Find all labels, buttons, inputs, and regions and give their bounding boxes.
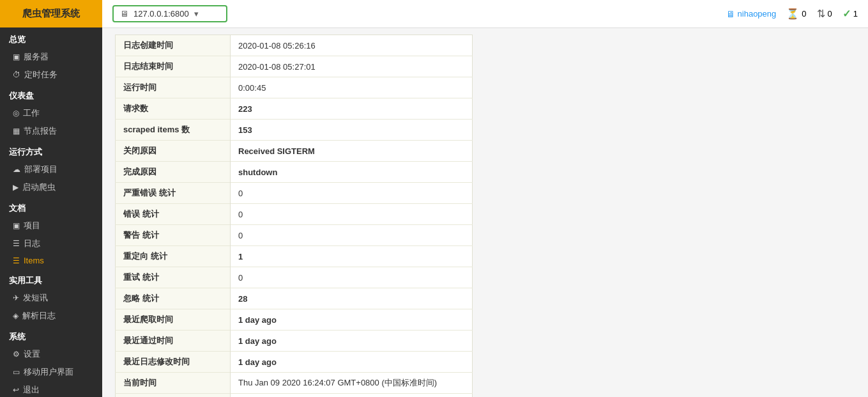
sidebar-section-运行方式: 运行方式 — [0, 140, 102, 160]
sidebar-item-label-cron: 定时任务 — [24, 69, 57, 81]
detail-label-2: 运行时间 — [116, 77, 231, 98]
sidebar-item-label-logout: 退出 — [23, 384, 40, 396]
server-address: 127.0.0.1:6800 — [133, 9, 189, 19]
sidebar-item-logout[interactable]: ↩退出 — [0, 381, 102, 397]
detail-row-2: 运行时间0:00:45 — [116, 77, 473, 98]
sidebar-section-仪表盘: 仪表盘 — [0, 84, 102, 104]
detail-row-3: 请求数223 — [116, 98, 473, 120]
sidebar-item-label-node-reports: 节点报告 — [24, 125, 57, 137]
detail-value-7: 0 — [231, 183, 473, 204]
arrows-icon: ⇅ — [817, 8, 825, 20]
sidebar-item-parse-log[interactable]: ◈解析日志 — [0, 307, 102, 325]
sidebar-item-items[interactable]: ☰Items — [0, 253, 102, 269]
detail-value-17: N/A — [231, 394, 473, 398]
sidebar-item-cron[interactable]: ⏱定时任务 — [0, 66, 102, 84]
detail-label-0: 日志创建时间 — [116, 35, 231, 56]
sidebar-item-logs[interactable]: ☰日志 — [0, 235, 102, 253]
cron-icon: ⏱ — [13, 70, 20, 79]
projects-icon: ▣ — [13, 221, 20, 230]
run-spider-icon: ▶ — [13, 183, 19, 192]
detail-label-9: 警告 统计 — [116, 225, 231, 246]
sidebar-item-label-deploy: 部署项目 — [24, 164, 57, 175]
sidebar-item-label-projects: 项目 — [24, 220, 40, 231]
check-icon: ✓ — [842, 8, 851, 20]
servers-icon: ▣ — [13, 52, 20, 61]
sidebar: 爬虫管理系统 总览▣服务器⏱定时任务仪表盘◎工作▦节点报告运行方式☁部署项目▶启… — [0, 0, 102, 397]
sidebar-item-servers[interactable]: ▣服务器 — [0, 48, 102, 66]
send-sms-icon: ✈ — [13, 293, 19, 302]
detail-label-17: 最新item — [116, 394, 231, 398]
detail-label-14: 最近通过时间 — [116, 331, 231, 352]
topbar-right: 🖥 nihaopeng ⏳ 0 ⇅ 0 ✓ 1 — [726, 8, 858, 20]
timer-icon: ⏳ — [786, 8, 799, 20]
detail-row-15: 最近日志修改时间1 day ago — [116, 352, 473, 373]
detail-value-2: 0:00:45 — [231, 77, 473, 98]
settings-icon: ⚙ — [13, 350, 20, 359]
sidebar-item-label-jobs: 工作 — [23, 107, 40, 119]
detail-label-6: 完成原因 — [116, 162, 231, 183]
detail-label-13: 最近爬取时间 — [116, 309, 231, 331]
detail-row-4: scraped items 数153 — [116, 120, 473, 141]
detail-value-0: 2020-01-08 05:26:16 — [231, 35, 473, 56]
detail-value-9: 0 — [231, 225, 473, 246]
detail-row-17: 最新itemN/A — [116, 394, 473, 398]
detail-row-0: 日志创建时间2020-01-08 05:26:16 — [116, 35, 473, 56]
sidebar-item-label-items: Items — [24, 256, 44, 265]
monitor-icon-small: 🖥 — [726, 9, 735, 19]
detail-value-14: 1 day ago — [231, 331, 473, 352]
check-value: 1 — [853, 9, 858, 19]
detail-row-9: 警告 统计0 — [116, 225, 473, 246]
arrows-value: 0 — [828, 9, 832, 19]
sidebar-section-总览: 总览 — [0, 27, 102, 48]
sidebar-item-mobile-ui[interactable]: ▭移动用户界面 — [0, 363, 102, 381]
jobs-icon: ◎ — [13, 109, 19, 118]
detail-row-12: 忽略 统计28 — [116, 288, 473, 309]
node-reports-icon: ▦ — [13, 127, 20, 136]
detail-row-10: 重定向 统计1 — [116, 246, 473, 267]
stat-timer: ⏳ 0 — [786, 8, 806, 20]
sidebar-item-run-spider[interactable]: ▶启动爬虫 — [0, 178, 102, 196]
monitor-icon: 🖥 — [120, 9, 128, 19]
items-icon: ☰ — [13, 256, 20, 265]
topbar: 🖥 127.0.0.1:6800 ▾ 🖥 nihaopeng ⏳ 0 ⇅ 0 ✓… — [102, 0, 868, 28]
sidebar-item-node-reports[interactable]: ▦节点报告 — [0, 122, 102, 140]
chevron-down-icon: ▾ — [194, 9, 199, 19]
detail-value-12: 28 — [231, 288, 473, 309]
stat-arrows: ⇅ 0 — [817, 8, 832, 20]
user-menu[interactable]: 🖥 nihaopeng — [726, 9, 777, 19]
sidebar-section-实用工具: 实用工具 — [0, 269, 102, 289]
sidebar-item-label-logs: 日志 — [24, 238, 40, 249]
detail-row-6: 完成原因shutdown — [116, 162, 473, 183]
detail-label-5: 关闭原因 — [116, 141, 231, 162]
detail-label-11: 重试 统计 — [116, 267, 231, 288]
detail-value-4: 153 — [231, 120, 473, 141]
stat-check: ✓ 1 — [842, 8, 858, 20]
detail-label-16: 当前时间 — [116, 373, 231, 394]
deploy-icon: ☁ — [13, 165, 20, 174]
server-select[interactable]: 🖥 127.0.0.1:6800 ▾ — [112, 5, 227, 22]
username: nihaopeng — [738, 9, 777, 19]
detail-value-15: 1 day ago — [231, 352, 473, 373]
content-area: 日志创建时间2020-01-08 05:26:16日志结束时间2020-01-0… — [102, 28, 868, 397]
sidebar-section-文档: 文档 — [0, 196, 102, 217]
sidebar-item-jobs[interactable]: ◎工作 — [0, 104, 102, 122]
detail-row-5: 关闭原因Received SIGTERM — [116, 141, 473, 162]
sidebar-item-label-servers: 服务器 — [24, 51, 49, 63]
sidebar-item-label-mobile-ui: 移动用户界面 — [24, 366, 73, 378]
parse-log-icon: ◈ — [13, 311, 19, 320]
detail-label-3: 请求数 — [116, 98, 231, 120]
sidebar-item-projects[interactable]: ▣项目 — [0, 217, 102, 235]
detail-table: 日志创建时间2020-01-08 05:26:16日志结束时间2020-01-0… — [115, 35, 473, 397]
detail-value-11: 0 — [231, 267, 473, 288]
sidebar-item-settings[interactable]: ⚙设置 — [0, 345, 102, 363]
sidebar-item-label-send-sms: 发短讯 — [23, 292, 48, 304]
detail-row-1: 日志结束时间2020-01-08 05:27:01 — [116, 56, 473, 77]
detail-label-10: 重定向 统计 — [116, 246, 231, 267]
logs-icon: ☰ — [13, 239, 20, 248]
sidebar-logo: 爬虫管理系统 — [0, 0, 102, 27]
detail-label-8: 错误 统计 — [116, 204, 231, 225]
detail-value-5: Received SIGTERM — [231, 141, 473, 162]
sidebar-item-send-sms[interactable]: ✈发短讯 — [0, 289, 102, 307]
sidebar-item-deploy[interactable]: ☁部署项目 — [0, 160, 102, 178]
detail-value-10: 1 — [231, 246, 473, 267]
